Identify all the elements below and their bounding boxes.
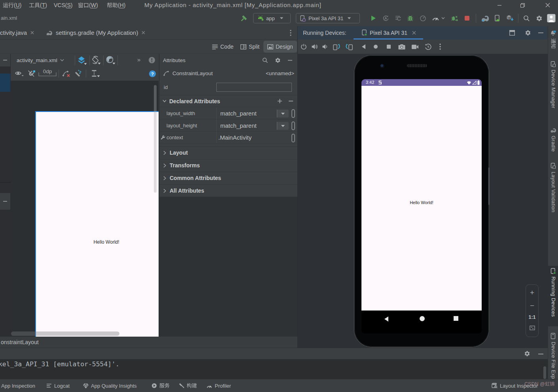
section-all-attributes[interactable]: All Attributes: [159, 184, 298, 197]
nav-overview-icon[interactable]: [453, 316, 459, 321]
account-button[interactable]: [546, 10, 556, 26]
apply-code-changes-button[interactable]: [393, 10, 403, 26]
apply-changes-button[interactable]: [380, 10, 391, 26]
stripe-tab-layout-validation[interactable]: Layout Validation: [550, 172, 556, 212]
toolbar-overflow-chevrons[interactable]: »: [137, 56, 141, 63]
volume-up-button[interactable]: [309, 40, 320, 54]
statusbar-profiler[interactable]: Profiler: [206, 379, 231, 392]
snapshots-button[interactable]: [422, 40, 433, 54]
device-manager-tab-icon[interactable]: [550, 61, 556, 67]
power-button[interactable]: [298, 40, 309, 54]
debug-button[interactable]: [405, 10, 415, 26]
orientation-button[interactable]: [91, 55, 101, 65]
console-scrollbar[interactable]: [543, 366, 546, 379]
sdk-manager-button[interactable]: [505, 10, 515, 26]
stripe-tab-running-devices[interactable]: Running Devices: [550, 276, 556, 317]
statusbar-services[interactable]: [151, 379, 170, 392]
statusbar-build[interactable]: [179, 379, 197, 392]
tab-mainactivity[interactable]: ctivity.java: [0, 26, 34, 39]
zoom-reset-button[interactable]: 1:1: [526, 314, 538, 320]
design-surface-button[interactable]: [77, 56, 87, 65]
running-devices-tab-icon[interactable]: [550, 268, 556, 275]
theme-button[interactable]: [106, 55, 116, 65]
zoom-out-button[interactable]: −: [526, 301, 538, 310]
pick-resource-button[interactable]: [291, 134, 295, 142]
gradle-sync-button[interactable]: [479, 10, 491, 26]
run-button[interactable]: [368, 10, 378, 26]
zoom-fit-button[interactable]: [526, 326, 538, 330]
device-tab[interactable]: Pixel 3a API 31: [361, 26, 416, 39]
record-button[interactable]: [409, 40, 420, 54]
navbar-breadcrumb[interactable]: ain.xml: [1, 10, 17, 26]
panel-settings-button[interactable]: [525, 30, 531, 36]
stripe-tab-device-manager[interactable]: Device Manager: [550, 70, 556, 108]
default-margins-button[interactable]: 0dp: [38, 68, 57, 79]
nav-back-icon[interactable]: [384, 316, 389, 322]
id-input[interactable]: [216, 83, 292, 92]
notifications-tab-icon-wrap[interactable]: [550, 30, 556, 37]
run-config-selector[interactable]: app: [253, 13, 291, 23]
phone-screen[interactable]: 3:42 Hello World!: [361, 79, 482, 333]
attr-row-layout-height[interactable]: layout_height match_parent: [159, 119, 297, 131]
profiler-dropdown[interactable]: [440, 10, 446, 26]
menu-help[interactable]: (H): [107, 0, 125, 10]
attach-debugger-button[interactable]: [449, 10, 460, 26]
mode-code[interactable]: Code: [212, 41, 233, 53]
build-button[interactable]: [239, 10, 248, 26]
breadcrumb-item[interactable]: onstraintLayout: [1, 339, 39, 345]
palette-selected-item[interactable]: [0, 74, 10, 92]
tab-options-button[interactable]: [290, 30, 291, 36]
rotate-left-button[interactable]: [331, 40, 342, 54]
add-attribute-button[interactable]: [277, 98, 282, 104]
screenshot-button[interactable]: [396, 40, 407, 54]
back-button[interactable]: [358, 40, 369, 54]
stop-button[interactable]: [462, 10, 472, 26]
device-manager-button[interactable]: [492, 10, 502, 26]
console-settings-button[interactable]: [524, 350, 530, 357]
profiler-button[interactable]: [430, 10, 441, 26]
search-everywhere-button[interactable]: [521, 10, 532, 26]
maximize-button[interactable]: [514, 0, 530, 10]
statusbar-app-inspection[interactable]: App Inspection: [1, 379, 35, 392]
menu-window[interactable]: (W): [78, 0, 98, 10]
minimize-button[interactable]: [492, 0, 507, 10]
float-window-button[interactable]: [509, 30, 515, 36]
component-row[interactable]: ConstraintLayout <unnamed>: [159, 66, 297, 80]
design-file-selector[interactable]: activity_main.xml: [17, 54, 64, 66]
canvas-hscrollbar[interactable]: [11, 331, 119, 336]
design-surface[interactable]: Hello World!: [35, 111, 159, 337]
rotate-right-button[interactable]: [344, 40, 355, 54]
pick-resource-button[interactable]: [291, 109, 295, 118]
help-button[interactable]: ?: [149, 70, 156, 78]
design-canvas[interactable]: Hello World!: [11, 81, 159, 337]
console-output[interactable]: kel_3a_API_31 [emulator-5554]'.: [0, 359, 548, 379]
attr-row-layout-width[interactable]: layout_width match_parent: [159, 107, 297, 119]
menu-vcs[interactable]: VCS(S): [54, 0, 72, 10]
pack-selection-button[interactable]: [91, 70, 101, 78]
clear-constraints-button[interactable]: [62, 70, 71, 78]
profile-low-overhead-button[interactable]: [418, 10, 428, 26]
stripe-tab-notifications[interactable]: [550, 38, 556, 49]
mode-split[interactable]: Split: [240, 41, 259, 53]
hide-icon[interactable]: [288, 58, 293, 63]
statusbar-app-quality-insights[interactable]: App Quality Insights: [83, 379, 137, 392]
issues-button[interactable]: [148, 57, 155, 64]
search-icon[interactable]: [262, 57, 268, 63]
home-button[interactable]: [370, 40, 381, 54]
zoom-in-button[interactable]: +: [526, 288, 538, 297]
statusbar-logcat[interactable]: Logcat: [46, 379, 70, 392]
gradle-tab-icon[interactable]: [550, 127, 557, 133]
close-icon[interactable]: [412, 31, 416, 35]
emulator-options-button[interactable]: [436, 40, 444, 54]
declared-attributes-header[interactable]: Declared Attributes: [159, 95, 297, 107]
device-file-explorer-tab-icon[interactable]: [550, 333, 556, 339]
autoconnect-button[interactable]: [27, 70, 36, 78]
volume-down-button[interactable]: [319, 40, 330, 54]
device-selector[interactable]: Pixel 3a API 31: [296, 13, 360, 23]
close-button[interactable]: [540, 0, 556, 10]
remove-attribute-button[interactable]: [288, 98, 293, 104]
infer-constraints-button[interactable]: [73, 69, 83, 78]
view-options-button[interactable]: [15, 70, 25, 78]
attr-row-context[interactable]: context .MainActivity: [159, 131, 297, 144]
settings-button[interactable]: [534, 10, 544, 26]
